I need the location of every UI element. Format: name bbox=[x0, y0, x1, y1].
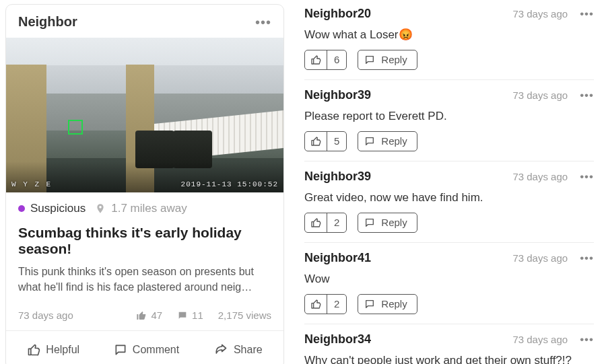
post-title: Scumbag thinks it's early holiday season… bbox=[6, 218, 283, 261]
comment: Neighbor3473 days ago•••Why can't people… bbox=[304, 324, 594, 364]
post-stats-row: 73 days ago 47 11 2,175 views bbox=[6, 300, 283, 330]
comment-button[interactable]: Comment bbox=[107, 339, 186, 361]
thumb-up-icon bbox=[305, 295, 327, 314]
reply-label: Reply bbox=[381, 50, 416, 69]
like-button[interactable]: 6 bbox=[304, 50, 347, 70]
likes-stat[interactable]: 47 bbox=[136, 310, 162, 321]
comment-author[interactable]: Neighbor39 bbox=[304, 88, 506, 102]
location-pin-icon bbox=[95, 203, 106, 215]
post-author[interactable]: Neighbor bbox=[18, 14, 77, 30]
comment-body: Please report to Everett PD. bbox=[304, 106, 594, 131]
comment-actions: 2Reply bbox=[304, 213, 594, 233]
comment-age: 73 days ago bbox=[512, 171, 568, 182]
like-button[interactable]: 5 bbox=[304, 131, 347, 151]
likes-count: 47 bbox=[151, 310, 162, 321]
comment: Neighbor3973 days ago•••Great video, now… bbox=[304, 161, 594, 243]
views-count: 2,175 views bbox=[218, 310, 271, 321]
share-button[interactable]: Share bbox=[207, 339, 269, 361]
reply-label: Reply bbox=[381, 295, 416, 314]
comment-age: 73 days ago bbox=[512, 334, 568, 345]
comment-more-icon[interactable]: ••• bbox=[580, 89, 594, 101]
post-age: 73 days ago bbox=[18, 310, 73, 321]
helpful-button[interactable]: Helpful bbox=[20, 339, 86, 361]
reply-label: Reply bbox=[381, 132, 416, 151]
comment-more-icon[interactable]: ••• bbox=[580, 8, 594, 20]
comment-body: Wow what a Loser😡 bbox=[304, 25, 594, 50]
comments-stat[interactable]: 11 bbox=[177, 310, 203, 321]
comment-author[interactable]: Neighbor39 bbox=[304, 170, 506, 184]
comment-age: 73 days ago bbox=[512, 8, 568, 20]
helpful-label: Helpful bbox=[46, 344, 79, 356]
comment-header: Neighbor4173 days ago••• bbox=[304, 247, 594, 269]
distance-label: 1.7 miles away bbox=[111, 202, 187, 215]
like-count: 6 bbox=[327, 50, 346, 69]
reply-button[interactable]: Reply bbox=[358, 213, 417, 233]
comment-author[interactable]: Neighbor34 bbox=[304, 332, 506, 347]
like-count: 2 bbox=[327, 295, 346, 314]
comment-icon bbox=[358, 295, 381, 314]
comment-header: Neighbor3473 days ago••• bbox=[304, 328, 594, 351]
post-header: Neighbor ••• bbox=[6, 5, 283, 38]
comment-author[interactable]: Neighbor20 bbox=[304, 7, 506, 21]
post-body: This punk thinks it's open season on pre… bbox=[6, 261, 283, 300]
comments-column: Neighbor2073 days ago•••Wow what a Loser… bbox=[290, 0, 606, 364]
thumb-up-icon bbox=[27, 343, 40, 357]
post-meta-row: Suspicious 1.7 miles away bbox=[6, 192, 283, 218]
comment-header: Neighbor3973 days ago••• bbox=[304, 84, 594, 106]
reply-button[interactable]: Reply bbox=[358, 131, 417, 151]
comment-icon bbox=[114, 343, 127, 357]
comment-author[interactable]: Neighbor41 bbox=[304, 251, 506, 265]
comment-body: Great video, now we have find him. bbox=[304, 188, 594, 213]
comment-icon bbox=[358, 213, 381, 232]
motion-box-overlay bbox=[68, 120, 83, 135]
comment-age: 73 days ago bbox=[512, 252, 568, 264]
comment-more-icon[interactable]: ••• bbox=[580, 171, 594, 182]
like-count: 2 bbox=[327, 213, 346, 232]
comment-more-icon[interactable]: ••• bbox=[580, 252, 594, 264]
share-label: Share bbox=[234, 344, 263, 356]
comment-header: Neighbor3973 days ago••• bbox=[304, 166, 594, 188]
reply-label: Reply bbox=[381, 213, 416, 232]
post-action-row: Helpful Comment Share bbox=[6, 330, 283, 364]
comment-actions: 5Reply bbox=[304, 131, 594, 151]
reply-button[interactable]: Reply bbox=[358, 50, 417, 70]
comment: Neighbor2073 days ago•••Wow what a Loser… bbox=[304, 3, 594, 80]
comment: Neighbor4173 days ago•••Wow2Reply bbox=[304, 243, 594, 324]
reply-button[interactable]: Reply bbox=[358, 294, 417, 314]
like-button[interactable]: 2 bbox=[304, 213, 347, 233]
category-label[interactable]: Suspicious bbox=[30, 202, 86, 215]
post-card: Neighbor ••• W Y Z E 2019-11-13 15:00:52… bbox=[5, 4, 284, 364]
comment-actions: 2Reply bbox=[304, 294, 594, 314]
comment: Neighbor3973 days ago•••Please report to… bbox=[304, 80, 594, 161]
comment-icon bbox=[358, 50, 381, 69]
category-dot-icon bbox=[18, 205, 25, 212]
thumb-up-icon bbox=[305, 132, 327, 151]
comment-label: Comment bbox=[133, 344, 179, 356]
post-more-icon[interactable]: ••• bbox=[255, 15, 271, 29]
like-count: 5 bbox=[327, 132, 346, 151]
comment-more-icon[interactable]: ••• bbox=[580, 334, 594, 345]
thumb-up-icon bbox=[305, 213, 327, 232]
comment-header: Neighbor2073 days ago••• bbox=[304, 3, 594, 25]
watermark-brand: W Y Z E bbox=[11, 180, 52, 188]
like-button[interactable]: 2 bbox=[304, 294, 347, 314]
share-icon bbox=[213, 343, 228, 357]
post-video-thumbnail[interactable]: W Y Z E 2019-11-13 15:00:52 bbox=[6, 38, 283, 192]
comment-icon bbox=[358, 132, 381, 151]
comments-count: 11 bbox=[192, 310, 203, 321]
watermark-timestamp: 2019-11-13 15:00:52 bbox=[181, 180, 278, 188]
comment-actions: 6Reply bbox=[304, 50, 594, 70]
thumb-up-icon bbox=[305, 50, 327, 69]
comment-body: Wow bbox=[304, 269, 594, 294]
comment-age: 73 days ago bbox=[512, 89, 568, 101]
comment-body: Why can't people just work and get their… bbox=[304, 351, 594, 364]
